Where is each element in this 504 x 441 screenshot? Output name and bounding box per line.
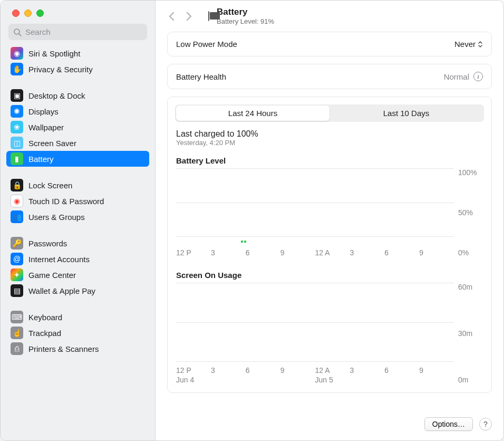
window-controls [1, 1, 155, 17]
sidebar-item-users-groups[interactable]: 👥Users & Groups [6, 209, 149, 225]
lock-screen-icon: 🔒 [11, 179, 23, 191]
sidebar-item-label: Game Center [28, 271, 76, 280]
sidebar-item-battery[interactable]: ▮Battery [6, 151, 149, 167]
page-title: Battery [217, 7, 274, 17]
sidebar-item-desktop-dock[interactable]: ▣Desktop & Dock [6, 88, 149, 103]
battery-health-value: Normal [444, 72, 469, 81]
battery-health-label: Battery Health [176, 72, 226, 81]
sidebar-item-passwords[interactable]: 🔑Passwords [6, 235, 149, 251]
displays-icon: ✺ [11, 105, 23, 118]
trackpad-icon: ☝ [11, 327, 23, 339]
sidebar-item-wallpaper[interactable]: ❀Wallpaper [6, 119, 149, 135]
last-charged-subtitle: Yesterday, 4:20 PM [176, 139, 483, 147]
sidebar-item-label: Wallpaper [28, 123, 64, 132]
sidebar-item-game-center[interactable]: ✦Game Center [6, 267, 149, 283]
low-power-mode-label: Low Power Mode [176, 40, 237, 49]
footer: Options… ? [156, 415, 503, 440]
sidebar-item-label: Displays [28, 107, 59, 116]
users-groups-icon: 👥 [11, 210, 23, 223]
sidebar-item-keyboard[interactable]: ⌨Keyboard [6, 309, 149, 325]
sidebar-item-label: Screen Saver [28, 139, 76, 148]
sidebar-item-touch-id-password[interactable]: ◉Touch ID & Password [6, 193, 149, 209]
last-charged-title: Last charged to 100% [176, 129, 483, 139]
sidebar-item-label: Battery [28, 155, 54, 164]
touch-id-password-icon: ◉ [11, 195, 23, 207]
sidebar-item-siri-spotlight[interactable]: ◉Siri & Spotlight [6, 45, 149, 61]
battery-level-chart-title: Battery Level [176, 156, 483, 165]
sidebar: ◉Siri & Spotlight✋Privacy & Security▣Des… [1, 1, 156, 440]
sidebar-item-label: Keyboard [28, 313, 62, 322]
help-button[interactable]: ? [479, 418, 492, 430]
sidebar-item-label: Privacy & Security [28, 65, 93, 74]
low-power-mode-popup[interactable]: Never [454, 40, 483, 49]
passwords-icon: 🔑 [11, 237, 23, 250]
time-range-segmented[interactable]: Last 24 HoursLast 10 Days [175, 104, 484, 122]
screen-on-chart: 12 P36912 A369 Jun 4Jun 5 60m30m0m [176, 283, 483, 384]
sidebar-item-label: Touch ID & Password [28, 197, 104, 206]
options-button[interactable]: Options… [424, 417, 473, 431]
sidebar-item-label: Internet Accounts [28, 255, 90, 264]
sidebar-item-label: Lock Screen [28, 181, 72, 190]
sidebar-item-wallet-apple-pay[interactable]: ▤Wallet & Apple Pay [6, 283, 149, 299]
header: Battery Battery Level: 91% [156, 1, 503, 32]
segment-last-24-hours[interactable]: Last 24 Hours [176, 106, 329, 121]
minimize-button[interactable] [24, 9, 32, 17]
battery-icon: ▮ [11, 152, 23, 165]
settings-window: ◉Siri & Spotlight✋Privacy & Security▣Des… [0, 0, 504, 441]
low-power-mode-row: Low Power Mode Never [167, 32, 492, 56]
desktop-dock-icon: ▣ [11, 89, 23, 102]
wallet-apple-pay-icon: ▤ [11, 284, 23, 297]
keyboard-icon: ⌨ [11, 311, 23, 323]
sidebar-item-lock-screen[interactable]: 🔒Lock Screen [6, 177, 149, 193]
battery-level-chart: 12 P36912 A369 100%50%0% [176, 168, 483, 257]
sidebar-item-label: Siri & Spotlight [28, 49, 80, 58]
sidebar-item-privacy-security[interactable]: ✋Privacy & Security [6, 61, 149, 77]
sidebar-item-printers-scanners[interactable]: ⎙Printers & Scanners [6, 341, 149, 357]
printers-scanners-icon: ⎙ [11, 342, 23, 355]
sidebar-item-label: Trackpad [28, 329, 61, 338]
search-input[interactable] [8, 24, 147, 40]
sidebar-item-label: Users & Groups [28, 213, 85, 222]
updown-icon [478, 40, 483, 49]
sidebar-item-internet-accounts[interactable]: @Internet Accounts [6, 251, 149, 267]
sidebar-list[interactable]: ◉Siri & Spotlight✋Privacy & Security▣Des… [1, 45, 155, 440]
battery-icon [208, 12, 209, 21]
screen-saver-icon: ◫ [11, 137, 23, 149]
main-content: Battery Battery Level: 91% Low Power Mod… [156, 1, 503, 440]
sidebar-item-screen-saver[interactable]: ◫Screen Saver [6, 135, 149, 151]
sidebar-item-displays[interactable]: ✺Displays [6, 103, 149, 119]
sidebar-item-label: Wallet & Apple Pay [28, 286, 95, 295]
back-button[interactable] [165, 8, 179, 24]
battery-health-row: Battery Health Normal i [167, 64, 492, 89]
game-center-icon: ✦ [11, 269, 23, 281]
sidebar-item-trackpad[interactable]: ☝Trackpad [6, 325, 149, 341]
info-icon[interactable]: i [473, 72, 483, 81]
sidebar-item-label: Printers & Scanners [28, 344, 99, 353]
sidebar-item-label: Passwords [28, 239, 67, 248]
privacy-security-icon: ✋ [11, 63, 23, 75]
battery-level-label: Battery Level: 91% [217, 17, 274, 25]
wallpaper-icon: ❀ [11, 121, 23, 133]
screen-on-chart-title: Screen On Usage [176, 271, 483, 280]
usage-card: Last 24 HoursLast 10 Days Last charged t… [167, 97, 492, 393]
fullscreen-button[interactable] [36, 9, 44, 17]
close-button[interactable] [12, 9, 20, 17]
internet-accounts-icon: @ [11, 253, 23, 265]
forward-button[interactable] [182, 8, 196, 24]
siri-spotlight-icon: ◉ [11, 47, 23, 60]
sidebar-item-label: Desktop & Dock [28, 91, 85, 100]
segment-last-10-days[interactable]: Last 10 Days [329, 106, 483, 121]
